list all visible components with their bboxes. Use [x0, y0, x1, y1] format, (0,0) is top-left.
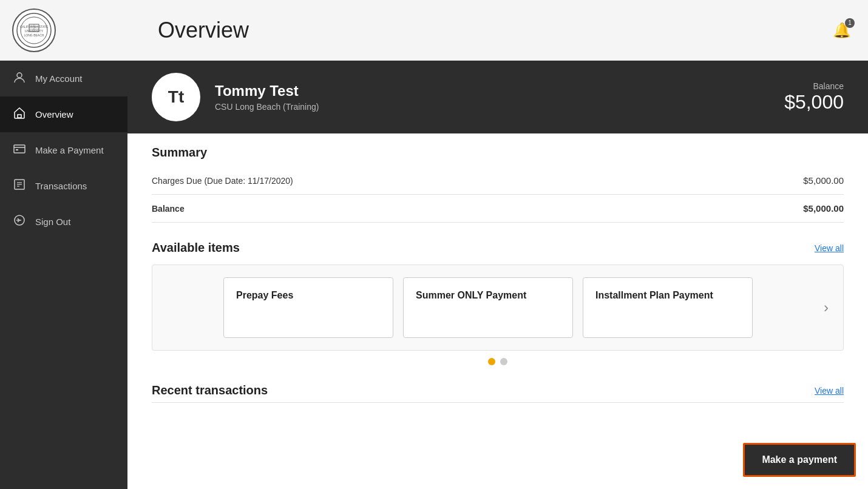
- avatar: Tt: [152, 73, 200, 121]
- sidebar-item-overview-label: Overview: [35, 109, 73, 120]
- notification-badge: 1: [845, 18, 855, 28]
- balance-label: Balance: [784, 81, 844, 91]
- content-area: Tt Tommy Test CSU Long Beach (Training) …: [127, 61, 868, 489]
- svg-text:UNIVERSITY: UNIVERSITY: [25, 29, 44, 33]
- user-header: Tt Tommy Test CSU Long Beach (Training) …: [127, 61, 868, 133]
- summary-title: Summary: [152, 146, 844, 160]
- sidebar-item-signout-label: Sign Out: [35, 217, 70, 227]
- carousel-dot[interactable]: [500, 358, 507, 365]
- user-institution: CSU Long Beach (Training): [215, 102, 770, 112]
- svg-rect-10: [18, 115, 21, 118]
- svg-rect-11: [14, 145, 25, 153]
- make-payment-button[interactable]: Make a payment: [743, 443, 856, 477]
- sidebar-item-transactions-label: Transactions: [35, 181, 87, 191]
- sidebar-item-overview[interactable]: Overview: [0, 96, 127, 132]
- recent-tx-divider: [152, 402, 844, 403]
- notification-button[interactable]: 🔔 1: [828, 17, 856, 44]
- carousel-item[interactable]: Summer ONLY Payment: [403, 277, 573, 338]
- home-icon: [12, 106, 27, 123]
- content-body: Summary Charges Due (Due Date: 11/17/202…: [127, 133, 868, 415]
- summary-row-amount: $5,000.00: [690, 167, 844, 195]
- recent-tx-title: Recent transactions: [152, 383, 268, 397]
- main-layout: My Account Overview Make a Payment: [0, 61, 868, 489]
- svg-point-9: [17, 73, 22, 78]
- sidebar-item-sign-out[interactable]: Sign Out: [0, 204, 127, 240]
- sidebar-item-transactions[interactable]: Transactions: [0, 168, 127, 204]
- sidebar-item-my-account-label: My Account: [35, 73, 83, 84]
- user-name: Tommy Test: [215, 83, 770, 99]
- balance-area: Balance $5,000: [784, 81, 844, 113]
- available-items-view-all[interactable]: View all: [815, 243, 844, 253]
- summary-row-label: Balance: [152, 195, 690, 223]
- available-items-title: Available items: [152, 241, 240, 255]
- make-payment-container: Make a payment: [743, 443, 856, 477]
- page-title: Overview: [158, 18, 828, 43]
- items-carousel: Prepay FeesSummer ONLY PaymentInstallmen…: [152, 265, 844, 351]
- carousel-next-button[interactable]: ›: [819, 294, 833, 321]
- summary-row: Charges Due (Due Date: 11/17/2020)$5,000…: [152, 167, 844, 195]
- carousel-dot[interactable]: [488, 358, 495, 365]
- logo: CALIFORNIA STATE UNIVERSITY LONG BEACH: [12, 8, 56, 52]
- logo-area: CALIFORNIA STATE UNIVERSITY LONG BEACH: [12, 8, 140, 52]
- recent-transactions-header: Recent transactions View all: [152, 383, 844, 397]
- carousel-dots: [152, 358, 844, 365]
- sidebar-item-make-payment[interactable]: Make a Payment: [0, 132, 127, 168]
- payment-icon: [12, 142, 27, 158]
- recent-tx-view-all[interactable]: View all: [815, 386, 844, 396]
- available-items-header: Available items View all: [152, 241, 844, 255]
- signout-icon: [12, 214, 27, 230]
- summary-row-label: Charges Due (Due Date: 11/17/2020): [152, 167, 690, 195]
- summary-row: Balance$5,000.00: [152, 195, 844, 223]
- sidebar-item-my-account[interactable]: My Account: [0, 61, 127, 96]
- transactions-icon: [12, 178, 27, 194]
- sidebar-item-make-payment-label: Make a Payment: [35, 145, 104, 155]
- svg-rect-13: [16, 149, 18, 150]
- summary-row-amount: $5,000.00: [690, 195, 844, 223]
- user-info: Tommy Test CSU Long Beach (Training): [215, 83, 770, 112]
- sidebar: My Account Overview Make a Payment: [0, 61, 127, 489]
- carousel-item[interactable]: Prepay Fees: [223, 277, 393, 338]
- balance-amount: $5,000: [784, 91, 844, 113]
- summary-table: Charges Due (Due Date: 11/17/2020)$5,000…: [152, 167, 844, 223]
- top-header: CALIFORNIA STATE UNIVERSITY LONG BEACH O…: [0, 0, 868, 61]
- svg-text:LONG BEACH: LONG BEACH: [24, 33, 44, 37]
- carousel-items-wrapper: Prepay FeesSummer ONLY PaymentInstallmen…: [162, 277, 814, 338]
- carousel-item[interactable]: Installment Plan Payment: [583, 277, 753, 338]
- account-icon: [12, 70, 27, 87]
